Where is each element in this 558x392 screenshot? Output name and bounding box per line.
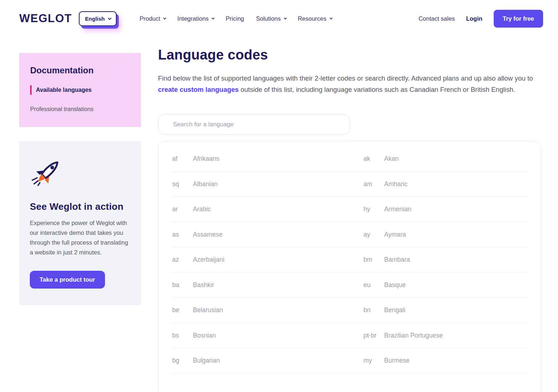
language-entry: am Amharic: [350, 172, 541, 197]
language-entry: ar Arabic: [158, 197, 350, 222]
sidebar-item-professional-translations[interactable]: Professional translations: [30, 106, 130, 113]
language-codes-table: af Afrikaans ak Akan sq Albanian am Amha…: [158, 141, 541, 392]
language-name: Armenian: [384, 205, 412, 213]
nav-item-pricing[interactable]: Pricing: [226, 15, 244, 22]
language-code: ak: [364, 155, 384, 163]
language-entry: ay Aymara: [350, 222, 541, 248]
language-code: am: [364, 180, 384, 188]
chevron-down-icon: [108, 16, 112, 20]
language-entry: bs Bosnian: [158, 323, 350, 348]
language-entry: bm Bambara: [350, 247, 541, 273]
documentation-card: Documentation Available languages Profes…: [19, 53, 141, 127]
nav-item-integrations[interactable]: Integrations: [177, 15, 214, 22]
intro-paragraph: Find below the list of supported languag…: [158, 73, 538, 95]
demo-promo-card: See Weglot in action Experience the powe…: [19, 141, 141, 305]
language-code: bm: [364, 256, 384, 264]
nav-item-resources[interactable]: Resources: [298, 15, 332, 22]
table-row: bg Bulgarian my Burmese: [158, 348, 541, 373]
header-actions: Contact sales Login Try for free: [418, 10, 543, 28]
chevron-down-icon: [211, 16, 214, 19]
table-row: ba Bashkir eu Basque: [158, 273, 541, 298]
contact-sales-link[interactable]: Contact sales: [418, 15, 455, 22]
nav-item-solutions[interactable]: Solutions: [256, 15, 286, 22]
language-code: bn: [364, 306, 384, 314]
language-entry: sq Albanian: [158, 172, 350, 197]
language-entry: pt-br Brazilian Portuguese: [350, 323, 541, 348]
try-for-free-button[interactable]: Try for free: [494, 10, 543, 28]
language-selector[interactable]: English: [79, 11, 117, 26]
language-code: sq: [172, 180, 193, 188]
chevron-down-icon: [329, 16, 332, 19]
nav-item-product[interactable]: Product: [140, 15, 165, 22]
language-code: be: [172, 306, 193, 314]
language-name: Bengali: [384, 306, 405, 314]
language-name: Belarusian: [193, 306, 223, 314]
language-entry: eu Basque: [350, 273, 541, 298]
language-code: ar: [172, 205, 193, 213]
table-row: bs Bosnian pt-br Brazilian Portuguese: [158, 323, 541, 348]
table-row: az Azerbaijani bm Bambara: [158, 247, 541, 273]
language-selector-label: English: [85, 16, 105, 22]
language-code: bs: [172, 332, 193, 339]
page-body: Documentation Available languages Profes…: [0, 37, 558, 392]
language-name: Afrikaans: [193, 155, 219, 163]
language-entry: hy Armenian: [350, 197, 541, 222]
language-code: eu: [364, 281, 384, 289]
intro-text-before: Find below the list of supported languag…: [158, 74, 533, 82]
create-custom-languages-link[interactable]: create custom languages: [158, 86, 239, 93]
language-code: hy: [364, 205, 384, 213]
language-name: Aymara: [384, 231, 406, 238]
language-entry: ak Akan: [350, 146, 541, 172]
language-entry: bn Bengali: [350, 298, 541, 323]
documentation-title: Documentation: [30, 65, 130, 75]
language-code: as: [172, 231, 193, 238]
rocket-icon: [30, 156, 60, 187]
page-title: Language codes: [158, 47, 542, 63]
language-name: Assamese: [193, 231, 223, 238]
language-entry: my Burmese: [350, 348, 541, 373]
language-entry: as Assamese: [158, 222, 350, 248]
language-code: bg: [172, 357, 193, 364]
promo-title: See Weglot in action: [30, 201, 131, 212]
language-code: ay: [364, 231, 384, 238]
language-code: pt-br: [364, 332, 384, 339]
language-name: Bambara: [384, 256, 410, 264]
language-name: Brazilian Portuguese: [384, 332, 443, 339]
table-row: as Assamese ay Aymara: [158, 222, 541, 248]
language-name: Bulgarian: [193, 357, 220, 364]
language-code: af: [172, 155, 193, 163]
login-link[interactable]: Login: [466, 15, 482, 22]
intro-text-after: outside of this list, including language…: [239, 86, 515, 93]
main-nav: Product Integrations Pricing Solutions R…: [140, 15, 331, 22]
language-entry: ba Bashkir: [158, 273, 350, 298]
language-name: Burmese: [384, 357, 410, 364]
language-entry: bg Bulgarian: [158, 348, 350, 373]
table-row: be Belarusian bn Bengali: [158, 298, 541, 323]
language-entry: af Afrikaans: [158, 146, 350, 172]
language-name: Bosnian: [193, 332, 216, 339]
language-code: ba: [172, 281, 193, 289]
chevron-down-icon: [163, 16, 166, 19]
language-name: Azerbaijani: [193, 256, 225, 264]
language-entry: az Azerbaijani: [158, 247, 350, 273]
table-row: af Afrikaans ak Akan: [158, 146, 541, 172]
language-name: Basque: [384, 281, 406, 289]
sidebar: Documentation Available languages Profes…: [19, 37, 141, 392]
chevron-down-icon: [284, 16, 287, 19]
take-product-tour-button[interactable]: Take a product tour: [30, 271, 105, 289]
language-name: Albanian: [193, 180, 218, 188]
weglot-logo[interactable]: WEGLOT: [19, 12, 72, 25]
language-code: my: [364, 357, 384, 364]
language-name: Amharic: [384, 180, 408, 188]
language-entry: be Belarusian: [158, 298, 350, 323]
table-row: ar Arabic hy Armenian: [158, 197, 541, 222]
promo-description: Experience the power of Weglot with our …: [30, 218, 132, 257]
language-code: az: [172, 256, 193, 264]
table-row: sq Albanian am Amharic: [158, 172, 541, 197]
search-input[interactable]: [158, 114, 350, 135]
language-name: Bashkir: [193, 281, 214, 289]
language-name: Akan: [384, 155, 399, 163]
main-content: Language codes Find below the list of su…: [158, 37, 542, 392]
sidebar-item-available-languages[interactable]: Available languages: [30, 85, 130, 95]
language-name: Arabic: [193, 205, 211, 213]
